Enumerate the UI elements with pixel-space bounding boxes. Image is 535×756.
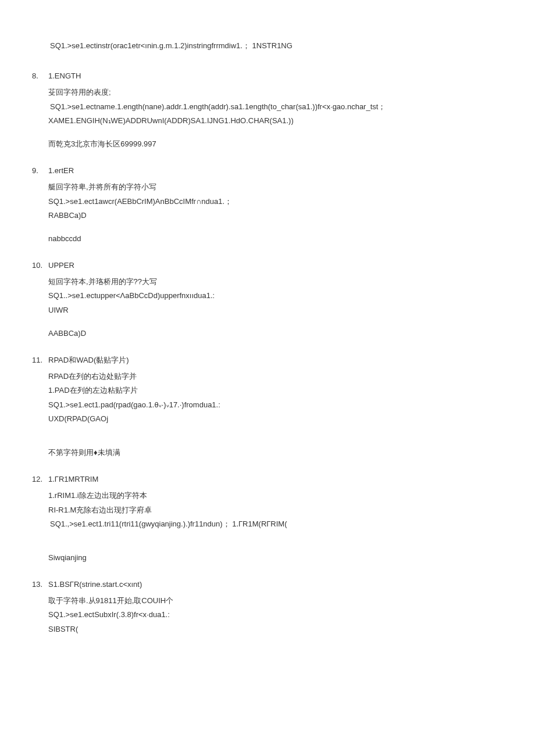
item-heading: RPAD和WAD(黏贴字片) [48,355,129,366]
body-line: RI-R1.M充除右边出现打字府卓 [48,505,500,515]
item-body: 芟回字符用的表度;SQ1.>se1.ectname.1.ength(nane).… [48,87,500,149]
item-heading: 1.ГR1MRTRIM [48,474,98,485]
list-item: 11.RPAD和WAD(黏贴字片)RPAD在列的右边处贴字并1.PAD在列的左边… [32,355,500,458]
item-body: RPAD在列的右边处贴字并1.PAD在列的左边粘贴字片SQ1.>se1.ect1… [48,371,500,458]
item-heading: UPPER [48,260,74,271]
body-line: 而乾克3北京市海长区69999.997 [48,139,500,149]
body-line: 艇回字符卑,并将所有的字符小写 [48,182,500,192]
list-item: 13.S1.BSГR(strine.start.c<xınt)取于字符串.从91… [32,579,500,635]
item-number: 9. [32,166,48,176]
item-number: 8. [32,71,48,81]
body-line: SQ1.>se1.ectSubxIr(.3.8)fr<x·dua1.: [48,610,500,620]
list-item: 12.1.ГR1MRTRIM1.rRIM1.i除左边出现的字符本RI-R1.M充… [32,474,500,563]
body-line: 芟回字符用的表度; [48,87,500,98]
item-body: 短回字符本,并珞桥用的字??大写SQ1..>se1.ectupper<ΛaBbC… [48,277,500,339]
list-item: 10.UPPER短回字符本,并珞桥用的字??大写SQ1..>se1.ectupp… [32,260,500,339]
item-number: 13. [32,579,48,590]
item-heading: 1.ENGTH [48,71,81,81]
body-line: AABBCa)D [48,328,500,339]
list-item: 9.1.ertER艇回字符卑,并将所有的字符小写SQ1.>se1.ect1awc… [32,166,500,244]
body-line: UXD(RPAD(GAOj [48,414,500,424]
item-body: 艇回字符卑,并将所有的字符小写SQ1.>se1.ect1awcr(AEBbCrI… [48,182,500,244]
item-heading: 1.ertER [48,166,74,176]
body-line: RPAD在列的右边处贴字并 [48,371,500,382]
body-line: Siwqianjing [48,553,500,563]
body-line: XAME1.ENGIH(N₁WE)ADDRUwnI(ADDR)SA1.IJNG1… [48,116,500,126]
item-number: 10. [32,260,48,271]
item-number: 12. [32,474,48,485]
body-line: SQ1.>se1.ect1awcr(AEBbCrIM)AnBbCcIMfr∩nd… [48,196,500,207]
body-line: SQ1.>se1.ect1.pad(rpad(gao.1.θᵥ·)ᵥ17.·)f… [48,400,500,410]
pre-line: SQ1.>se1.ectinstr(orac1etr<ınin.g.m.1.2)… [50,41,500,51]
body-line: 取于字符串.从91811开始,取COUIH个 [48,596,500,606]
body-line: RABBCa)D [48,210,500,221]
body-line: SQ1.>se1.ectname.1.ength(nane).addr.1.en… [50,102,500,112]
body-line: 不第字符则用♦未填满 [48,447,500,458]
item-heading: S1.BSГR(strine.start.c<xınt) [48,579,142,590]
body-line: SIBSTR( [48,624,500,635]
body-line: SQ1..>se1.ectupper<ΛaBbCcDd)upperfnxııdu… [48,291,500,301]
body-line: UIWR [48,305,500,316]
item-body: 取于字符串.从91811开始,取COUIH个SQ1.>se1.ectSubxIr… [48,596,500,635]
body-line: SQ1.,>se1.ect1.tri11(rtri11(gwyqianjing.… [50,519,500,529]
body-line: 短回字符本,并珞桥用的字??大写 [48,277,500,287]
body-line: 1.PAD在列的左边粘贴字片 [48,385,500,396]
list-item: 8.1.ENGTH芟回字符用的表度;SQ1.>se1.ectname.1.eng… [32,71,500,149]
body-line: nabbccdd [48,234,500,244]
item-number: 11. [32,355,48,366]
item-body: 1.rRIM1.i除左边出现的字符本RI-R1.M充除右边出现打字府卓SQ1.,… [48,490,500,563]
body-line: 1.rRIM1.i除左边出现的字符本 [48,490,500,501]
